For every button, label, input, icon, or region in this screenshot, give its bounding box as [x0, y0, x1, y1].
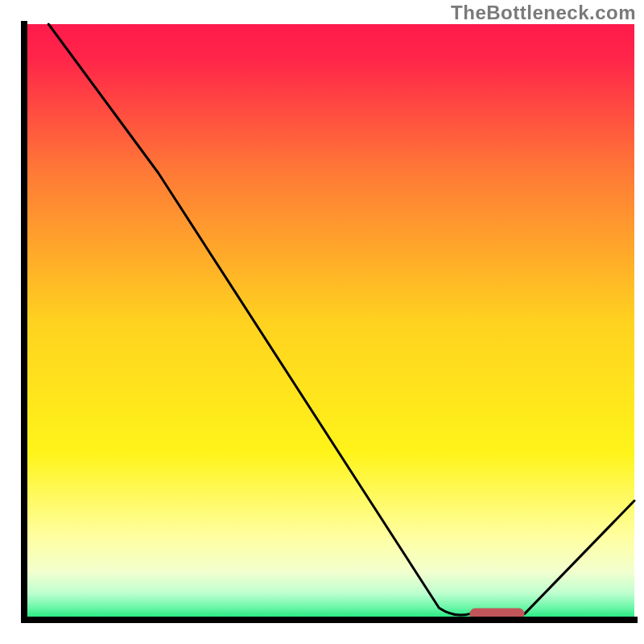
- bottleneck-chart: TheBottleneck.com: [0, 0, 644, 644]
- watermark-label: TheBottleneck.com: [451, 2, 636, 24]
- chart-svg: [0, 0, 644, 644]
